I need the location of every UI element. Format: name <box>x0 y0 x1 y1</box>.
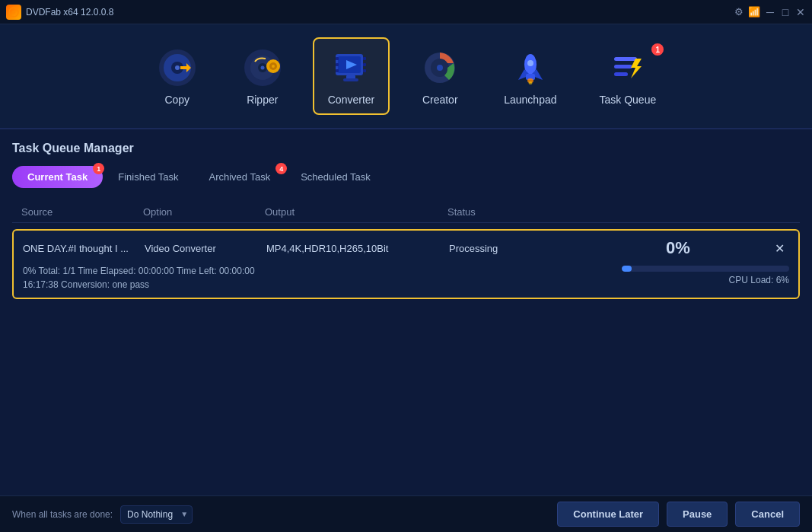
tab-finished[interactable]: Finished Task <box>103 166 193 188</box>
app-logo <box>6 5 21 20</box>
nav-item-taskqueue[interactable]: 1 Task Queue <box>586 39 670 113</box>
task-info: 0% Total: 1/1 Time Elapsed: 00:00:00 Tim… <box>23 266 622 290</box>
svg-rect-36 <box>614 72 628 76</box>
converter-label: Converter <box>328 94 374 106</box>
svg-rect-20 <box>363 69 366 72</box>
when-done-wrapper: Do Nothing Shutdown Hibernate Sleep ▼ <box>120 505 193 524</box>
pause-button[interactable]: Pause <box>667 502 728 527</box>
svg-point-12 <box>272 65 275 68</box>
tab-archived[interactable]: 4 Archived Task <box>193 166 285 188</box>
task-status: Processing <box>449 243 586 254</box>
launchpad-icon <box>509 46 552 89</box>
svg-point-5 <box>175 65 180 70</box>
task-option: Video Converter <box>145 243 266 254</box>
svg-point-33 <box>528 81 532 84</box>
when-done-select[interactable]: Do Nothing Shutdown Hibernate Sleep <box>120 505 193 524</box>
svg-point-30 <box>527 60 533 66</box>
task-percent: 0% <box>586 238 770 258</box>
task-close-button[interactable]: ✕ <box>770 240 789 257</box>
svg-point-1 <box>12 11 15 14</box>
progress-bar <box>622 266 789 272</box>
minimize-button[interactable]: ─ <box>765 7 775 18</box>
launchpad-label: Launchpad <box>504 94 556 106</box>
cpu-load-label: CPU Load: 6% <box>729 275 789 285</box>
col-output: Output <box>265 206 447 218</box>
col-option: Option <box>143 206 265 218</box>
svg-rect-35 <box>614 65 632 68</box>
progress-bar-fill <box>622 266 632 272</box>
task-source: ONE DAY.#I thought I ... <box>23 243 145 254</box>
copy-icon <box>156 46 199 89</box>
maximize-button[interactable]: □ <box>780 7 791 18</box>
creator-label: Creator <box>422 94 458 106</box>
tab-current[interactable]: 1 Current Task <box>12 166 103 188</box>
table-header: Source Option Output Status <box>12 202 800 223</box>
svg-marker-37 <box>631 59 642 78</box>
nav-bar: Copy Ripper <box>0 24 812 129</box>
close-button[interactable]: ✕ <box>795 7 806 18</box>
taskqueue-label: Task Queue <box>600 94 657 106</box>
svg-point-26 <box>437 65 443 71</box>
task-stats: 0% Total: 1/1 Time Elapsed: 00:00:00 Tim… <box>23 266 622 276</box>
svg-rect-18 <box>363 57 366 60</box>
wifi-icon[interactable]: 📶 <box>748 6 760 18</box>
when-done-label: When all tasks are done: <box>12 509 113 520</box>
ripper-icon <box>241 46 284 89</box>
col-status: Status <box>447 206 584 218</box>
taskqueue-badge: 1 <box>651 43 664 56</box>
task-output: MP4,4K,HDR10,H265,10Bit <box>266 243 449 254</box>
app-title: DVDFab x64 12.0.0.8 <box>26 7 113 18</box>
title-bar: DVDFab x64 12.0.0.8 ⚙ 📶 ─ □ ✕ <box>0 0 812 24</box>
window-controls: ⚙ 📶 ─ □ ✕ <box>734 6 806 18</box>
svg-rect-34 <box>614 57 637 61</box>
creator-icon <box>419 46 461 89</box>
svg-point-9 <box>260 66 264 70</box>
task-row: ONE DAY.#I thought I ... Video Converter… <box>12 229 800 299</box>
task-log: 16:17:38 Conversion: one pass <box>23 279 622 290</box>
converter-icon <box>330 46 372 89</box>
bottom-bar: When all tasks are done: Do Nothing Shut… <box>0 495 812 532</box>
task-cpu: CPU Load: 6% <box>622 266 789 285</box>
nav-item-copy[interactable]: Copy <box>142 39 212 113</box>
copy-label: Copy <box>164 94 189 106</box>
col-source: Source <box>21 206 143 218</box>
task-row-top: ONE DAY.#I thought I ... Video Converter… <box>23 238 789 258</box>
settings-icon[interactable]: ⚙ <box>734 6 744 18</box>
svg-rect-19 <box>363 63 366 66</box>
task-row-bottom: 0% Total: 1/1 Time Elapsed: 00:00:00 Tim… <box>23 266 789 290</box>
tab-bar: 1 Current Task Finished Task 4 Archived … <box>12 166 800 188</box>
cancel-button[interactable]: Cancel <box>735 502 800 527</box>
taskqueue-icon <box>607 46 649 89</box>
tab-scheduled[interactable]: Scheduled Task <box>285 166 386 188</box>
svg-rect-16 <box>336 63 339 66</box>
nav-item-launchpad[interactable]: Launchpad <box>490 39 570 113</box>
svg-rect-15 <box>336 57 339 60</box>
svg-rect-23 <box>343 78 358 81</box>
nav-item-ripper[interactable]: Ripper <box>228 39 298 113</box>
page-title: Task Queue Manager <box>12 142 800 155</box>
svg-rect-17 <box>336 69 339 72</box>
nav-item-converter[interactable]: Converter <box>313 37 390 115</box>
nav-item-creator[interactable]: Creator <box>405 39 475 113</box>
ripper-label: Ripper <box>247 94 278 106</box>
continue-later-button[interactable]: Continue Later <box>557 502 659 527</box>
main-content: Task Queue Manager 1 Current Task Finish… <box>0 129 812 495</box>
col-extra <box>584 206 791 218</box>
